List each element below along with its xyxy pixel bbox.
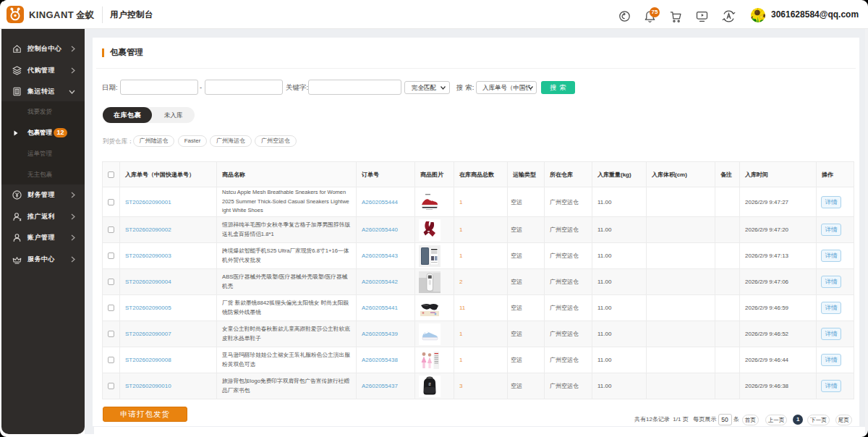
svg-text:Z: Z (429, 382, 431, 386)
